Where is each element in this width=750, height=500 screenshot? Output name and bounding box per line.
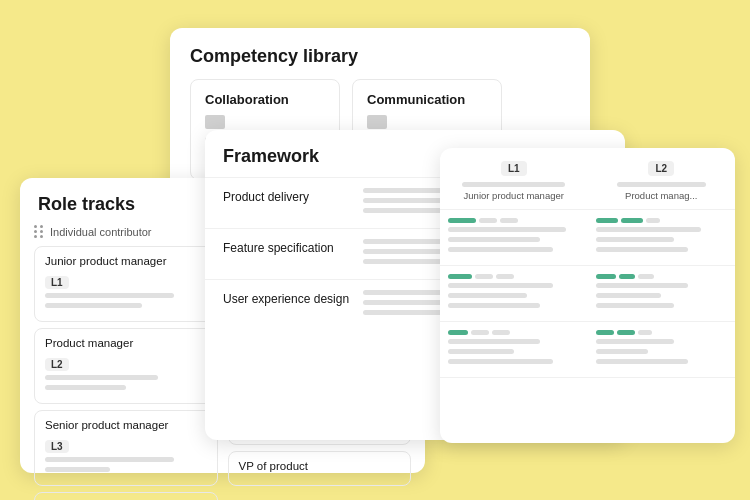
bar-empty [471,330,489,335]
bar-filled [596,274,616,279]
list-item[interactable]: Staff product manager [34,492,218,500]
line [448,237,540,242]
line [45,457,174,462]
line [596,283,688,288]
bar-filled [596,218,618,223]
line [448,349,514,354]
line [45,303,142,308]
line [448,303,540,308]
bar-empty [475,274,493,279]
list-item[interactable]: Product manager L2 [34,328,218,404]
line [448,227,566,232]
line [596,293,662,298]
collaboration-title: Collaboration [205,92,325,107]
bar-filled [448,218,476,223]
cell-l2-ux [588,330,736,369]
line [45,375,158,380]
bar-filled [619,274,635,279]
bar-empty [492,330,510,335]
bar-empty [479,218,497,223]
competency-title: Competency library [170,28,590,79]
person-l2: Product manag... [588,190,736,201]
line [448,247,553,252]
bar-filled [617,330,635,335]
line [596,339,675,344]
level-tag-l1: L1 [501,161,527,176]
progress-bars [596,218,728,223]
communication-icon [367,115,387,129]
line [45,293,174,298]
levels-header: L1 Junior product manager L2 Product man… [440,148,735,210]
levels-card: L1 Junior product manager L2 Product man… [440,148,735,443]
cell-l2-feature [588,274,736,313]
collaboration-icon [205,115,225,129]
feature-label: Feature specification [223,239,363,255]
bar-empty [638,330,652,335]
level-badge: L1 [45,276,69,289]
list-item[interactable]: Junior product manager L1 [34,246,218,322]
line [448,359,553,364]
level-badge: L3 [45,440,69,453]
level-tag-l2: L2 [648,161,674,176]
role-name: Product manager [45,337,207,349]
role-name: Senior product manager [45,419,207,431]
line [596,247,688,252]
line [448,283,553,288]
role-name: Junior product manager [45,255,207,267]
ux-label: User experience design [223,290,363,306]
line [596,303,675,308]
progress-bars [596,330,728,335]
list-item[interactable]: Senior product manager L3 [34,410,218,486]
level-badge: L2 [45,358,69,371]
cell-l1-delivery [440,218,588,257]
role-name: VP of product [239,460,401,472]
level-col-2: L2 Product manag... [588,158,736,201]
levels-row-delivery [440,210,735,266]
progress-bars [448,330,580,335]
progress-bars [596,274,728,279]
line [596,227,701,232]
cell-l2-delivery [588,218,736,257]
bar-filled [448,330,468,335]
bar-empty [496,274,514,279]
drag-icon [34,225,44,238]
line [462,182,565,187]
levels-row-ux [440,322,735,378]
line [596,237,675,242]
line [596,359,688,364]
list-item[interactable]: VP of product [228,451,412,486]
line [448,339,540,344]
level-col-1: L1 Junior product manager [440,158,588,201]
bar-empty [646,218,660,223]
progress-bars [448,218,580,223]
person-l1: Junior product manager [440,190,588,201]
individual-contributor-header: Individual contributor [34,225,218,238]
bar-empty [500,218,518,223]
cell-l1-ux [440,330,588,369]
individual-contributor-col: Individual contributor Junior product ma… [34,225,218,500]
bar-filled [596,330,614,335]
line [448,293,527,298]
levels-row-feature [440,266,735,322]
bar-filled [621,218,643,223]
bar-filled [448,274,472,279]
progress-bars [448,274,580,279]
communication-title: Communication [367,92,487,107]
line [45,385,126,390]
delivery-label: Product delivery [223,188,363,204]
bar-empty [638,274,654,279]
line [596,349,649,354]
line [45,467,110,472]
line [617,182,706,187]
cell-l1-feature [440,274,588,313]
individual-contributor-label: Individual contributor [50,226,152,238]
